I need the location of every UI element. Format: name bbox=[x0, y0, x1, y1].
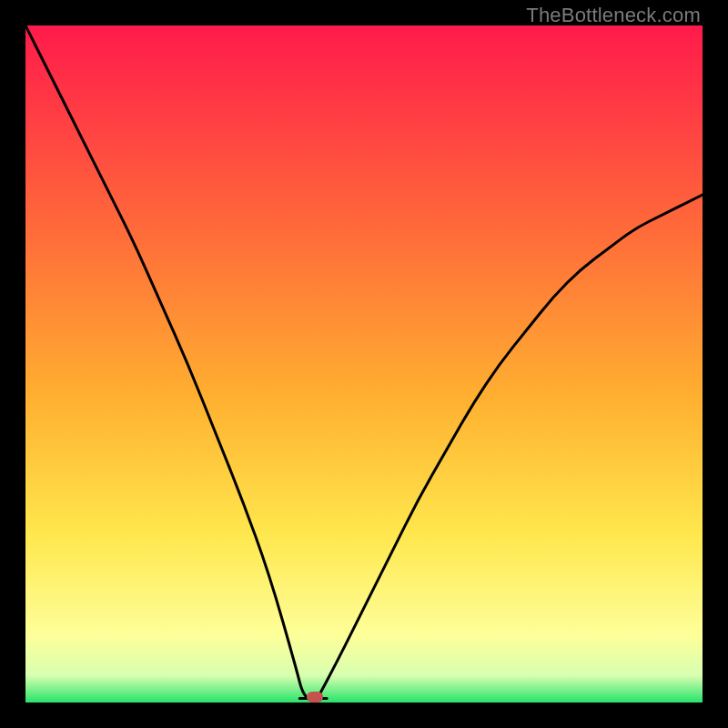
bottleneck-chart bbox=[25, 25, 703, 703]
optimum-marker bbox=[307, 692, 323, 703]
chart-frame bbox=[25, 25, 703, 703]
watermark-text: TheBottleneck.com bbox=[526, 4, 701, 27]
chart-background bbox=[25, 25, 703, 703]
